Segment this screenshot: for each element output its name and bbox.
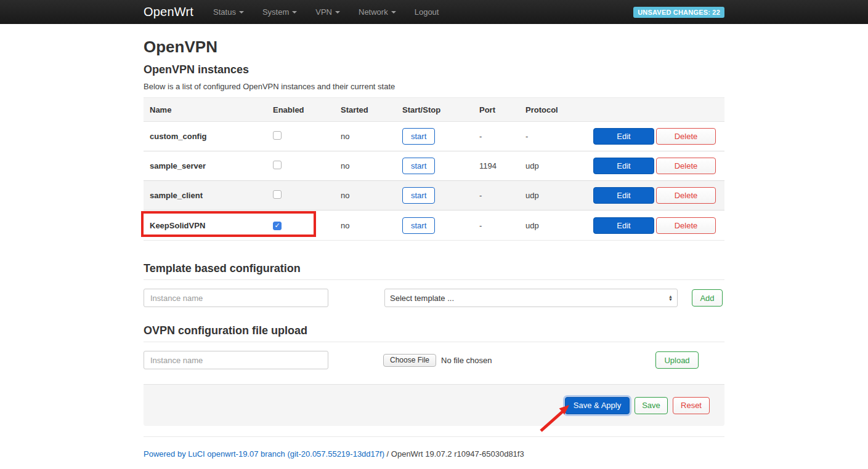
edit-button[interactable]: Edit	[593, 187, 654, 204]
col-header-startstop: Start/Stop	[396, 105, 473, 114]
delete-button[interactable]: Delete	[656, 217, 716, 234]
started-text: no	[335, 191, 396, 200]
caret-down-icon	[335, 11, 340, 14]
port-text: -	[473, 191, 519, 200]
save-button[interactable]: Save	[635, 397, 668, 414]
edit-button[interactable]: Edit	[593, 158, 654, 174]
upload-instance-name-input[interactable]	[144, 351, 328, 369]
caret-down-icon	[391, 11, 396, 14]
instance-name: custom_config	[144, 132, 267, 141]
instances-heading: OpenVPN instances	[144, 63, 724, 76]
instances-table: Name Enabled Started Start/Stop Port Pro…	[144, 97, 724, 241]
action-bar: Save & Apply Save Reset	[144, 384, 724, 426]
col-header-started: Started	[335, 105, 396, 114]
instance-name: sample_client	[144, 191, 267, 200]
nav-item-network[interactable]: Network	[359, 7, 396, 17]
protocol-text: udp	[519, 161, 584, 170]
section-divider	[144, 342, 724, 342]
footer: Powered by LuCI openwrt-19.07 branch (gi…	[144, 449, 724, 459]
enabled-checkbox[interactable]	[273, 131, 282, 140]
delete-button[interactable]: Delete	[656, 187, 716, 204]
main-nav: Status System VPN Network Logout	[213, 7, 439, 17]
brand-logo[interactable]: OpenWrt	[144, 5, 193, 19]
edit-button[interactable]: Edit	[593, 128, 654, 145]
instance-name: KeepSolidVPN	[144, 221, 267, 230]
nav-item-logout[interactable]: Logout	[415, 7, 439, 17]
start-button[interactable]: start	[402, 187, 435, 204]
port-text: -	[473, 221, 519, 230]
reset-button[interactable]: Reset	[673, 397, 710, 414]
delete-button[interactable]: Delete	[656, 158, 716, 174]
protocol-text: udp	[519, 221, 584, 230]
footer-divider	[144, 436, 724, 437]
template-instance-name-input[interactable]	[144, 289, 328, 307]
top-navbar: OpenWrt Status System VPN Network Logout	[0, 0, 868, 24]
instance-name: sample_server	[144, 161, 267, 170]
protocol-text: udp	[519, 191, 584, 200]
start-button[interactable]: start	[402, 217, 435, 234]
section-divider	[144, 279, 724, 280]
started-text: no	[335, 161, 396, 170]
nav-item-status[interactable]: Status	[213, 7, 244, 17]
table-row: KeepSolidVPN ✓ no start - udp Edit Delet…	[144, 210, 724, 240]
table-header-row: Name Enabled Started Start/Stop Port Pro…	[144, 98, 724, 122]
table-row: sample_server no start 1194 udp Edit Del…	[144, 151, 724, 181]
add-button[interactable]: Add	[692, 289, 723, 307]
upload-button[interactable]: Upload	[655, 351, 699, 369]
template-select[interactable]: Select template ...	[384, 289, 678, 307]
edit-button[interactable]: Edit	[593, 217, 654, 234]
started-text: no	[335, 221, 396, 230]
nav-item-system[interactable]: System	[262, 7, 297, 17]
template-section-heading: Template based configuration	[144, 262, 724, 275]
table-row: sample_client no start - udp Edit Delete	[144, 181, 724, 210]
caret-down-icon	[239, 11, 244, 14]
save-apply-button[interactable]: Save & Apply	[565, 397, 630, 414]
instances-description: Below is a list of configured OpenVPN in…	[144, 82, 724, 91]
delete-button[interactable]: Delete	[656, 128, 716, 145]
start-button[interactable]: start	[402, 158, 435, 174]
choose-file-button[interactable]: Choose File	[383, 354, 436, 367]
col-header-port: Port	[473, 105, 519, 114]
caret-down-icon	[292, 11, 297, 14]
started-text: no	[335, 132, 396, 141]
unsaved-changes-badge[interactable]: UNSAVED CHANGES: 22	[633, 7, 724, 18]
col-header-protocol: Protocol	[519, 105, 584, 114]
table-row: custom_config no start - - Edit Delete	[144, 122, 724, 151]
enabled-checkbox[interactable]: ✓	[273, 222, 282, 230]
footer-version-text: / OpenWrt 19.07.2 r10947-65030d81f3	[384, 449, 524, 459]
col-header-name: Name	[144, 105, 267, 114]
start-button[interactable]: start	[402, 128, 435, 145]
no-file-chosen-text: No file chosen	[441, 356, 492, 365]
footer-luci-link[interactable]: Powered by LuCI openwrt-19.07 branch (gi…	[144, 449, 384, 459]
col-header-enabled: Enabled	[267, 105, 335, 114]
nav-item-vpn[interactable]: VPN	[315, 7, 340, 17]
protocol-text: -	[519, 132, 584, 141]
port-text: -	[473, 132, 519, 141]
upload-section-heading: OVPN configuration file upload	[144, 324, 724, 337]
page-title: OpenVPN	[144, 38, 724, 55]
enabled-checkbox[interactable]	[273, 161, 282, 169]
port-text: 1194	[473, 161, 519, 170]
enabled-checkbox[interactable]	[273, 190, 282, 199]
